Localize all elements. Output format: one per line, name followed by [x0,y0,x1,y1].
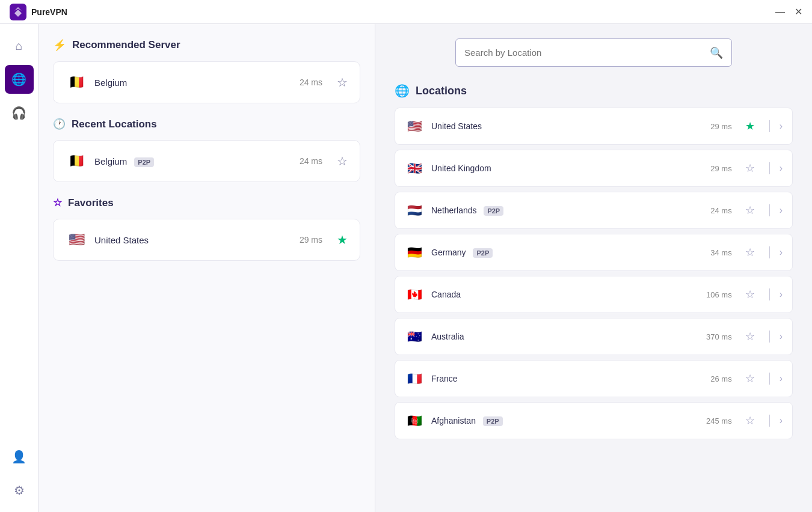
favorites-star-button[interactable]: ★ [337,234,348,246]
favorites-location-card[interactable]: 🇺🇸 United States 29 ms ★ [53,219,360,261]
chevron-right-icon[interactable]: › [780,121,783,132]
location-list-item[interactable]: 🇬🇧 United Kingdom 29 ms ☆ › [395,150,793,187]
favorites-location-name: United States [94,235,292,245]
list-flag: 🇬🇧 [405,159,424,178]
location-list-item[interactable]: 🇨🇦 Canada 106 ms ☆ › [395,276,793,313]
location-list-item[interactable]: 🇩🇪 Germany P2P 34 ms ☆ › [395,234,793,271]
recommended-flag: 🇧🇪 [66,72,87,93]
divider [769,331,770,343]
app-title: PureVPN [31,7,67,17]
app-body: ⌂ 🌐 🎧 👤 ⚙ ⚡ Recommended Server 🇧🇪 Belgiu… [0,24,812,512]
search-icon: 🔍 [710,46,723,59]
window-controls: — ✕ [775,7,802,17]
list-location-name: Australia [431,332,699,341]
recommended-title-text: Recommended Server [72,39,180,51]
list-flag: 🇫🇷 [405,369,424,388]
chevron-right-icon[interactable]: › [780,331,783,342]
right-panel: 🔍 🌐 Locations 🇺🇸 United States 29 ms ★ ›… [375,24,812,512]
close-button[interactable]: ✕ [795,7,802,17]
list-location-name: Netherlands P2P [431,206,703,215]
location-list-item[interactable]: 🇫🇷 France 26 ms ☆ › [395,360,793,397]
list-star-button[interactable]: ☆ [745,162,755,175]
headphones-icon: 🎧 [11,106,26,120]
chevron-right-icon[interactable]: › [780,415,783,426]
location-list-item[interactable]: 🇦🇺 Australia 370 ms ☆ › [395,318,793,355]
p2p-badge: P2P [134,157,154,167]
titlebar: PureVPN — ✕ [0,0,812,24]
divider [769,415,770,427]
list-location-name: Germany P2P [431,248,703,257]
list-location-name: Canada [431,290,699,299]
divider [769,246,770,258]
chevron-right-icon[interactable]: › [780,289,783,300]
locations-title: Locations [416,85,467,97]
list-flag: 🇦🇫 [405,411,424,430]
chevron-right-icon[interactable]: › [780,205,783,216]
chevron-right-icon[interactable]: › [780,163,783,174]
sidebar-item-account[interactable]: 👤 [5,442,34,471]
sidebar-item-home[interactable]: ⌂ [5,31,34,60]
sidebar-item-locations[interactable]: 🌐 [5,65,34,94]
locations-list: 🇺🇸 United States 29 ms ★ › 🇬🇧 United Kin… [395,108,793,439]
chevron-right-icon[interactable]: › [780,247,783,258]
recommended-server-name: Belgium [94,78,292,88]
list-star-button[interactable]: ☆ [745,288,755,301]
recommended-server-latency: 24 ms [300,78,322,87]
list-flag: 🇳🇱 [405,201,424,220]
divider [769,373,770,385]
globe-icon: 🌐 [11,72,26,87]
list-latency: 29 ms [710,122,731,131]
list-star-button[interactable]: ☆ [745,246,755,259]
list-latency: 29 ms [710,164,731,173]
list-latency: 245 ms [706,416,732,425]
p2p-badge: P2P [473,248,493,258]
recent-section-title: 🕐 Recent Locations [53,118,360,130]
recent-title-text: Recent Locations [72,118,157,130]
list-star-button[interactable]: ☆ [745,414,755,427]
list-location-name: United Kingdom [431,163,703,173]
app-logo: PureVPN [10,4,67,20]
search-input[interactable] [464,39,710,66]
favorites-location-latency: 29 ms [300,235,322,245]
list-star-button[interactable]: ☆ [745,330,755,343]
recent-favorite-button[interactable]: ☆ [337,155,348,167]
recommended-server-card[interactable]: 🇧🇪 Belgium 24 ms ☆ [53,61,360,103]
location-list-item[interactable]: 🇳🇱 Netherlands P2P 24 ms ☆ › [395,192,793,229]
home-icon: ⌂ [15,39,22,53]
list-star-button[interactable]: ★ [745,120,755,133]
divider [769,120,770,132]
divider [769,162,770,174]
search-bar[interactable]: 🔍 [455,38,732,67]
list-flag: 🇩🇪 [405,243,424,262]
recommended-section-title: ⚡ Recommended Server [53,38,360,52]
list-latency: 106 ms [706,290,732,299]
divider [769,204,770,216]
favorites-flag: 🇺🇸 [66,229,87,251]
list-star-button[interactable]: ☆ [745,204,755,217]
list-latency: 24 ms [710,206,731,215]
recent-location-card[interactable]: 🇧🇪 Belgium P2P 24 ms ☆ [53,140,360,182]
recent-location-name: Belgium P2P [94,156,292,166]
chevron-right-icon[interactable]: › [780,373,783,384]
location-list-item[interactable]: 🇺🇸 United States 29 ms ★ › [395,108,793,145]
minimize-button[interactable]: — [775,7,785,17]
locations-globe-icon: 🌐 [395,84,410,98]
recommended-favorite-button[interactable]: ☆ [337,76,348,88]
location-list-item[interactable]: 🇦🇫 Afghanistan P2P 245 ms ☆ › [395,402,793,439]
list-star-button[interactable]: ☆ [745,372,755,385]
sidebar-item-settings[interactable]: ⚙ [5,476,34,505]
list-location-name: United States [431,121,703,131]
sidebar: ⌂ 🌐 🎧 👤 ⚙ [0,24,38,512]
sidebar-item-support[interactable]: 🎧 [5,99,34,127]
list-latency: 370 ms [706,332,732,341]
list-location-name: Afghanistan P2P [431,416,699,425]
p2p-badge: P2P [484,206,503,216]
lightning-icon: ⚡ [53,38,66,52]
favorites-section-title: ☆ Favorites [53,197,360,209]
star-section-icon: ☆ [53,197,62,209]
p2p-badge: P2P [483,416,503,426]
left-panel: ⚡ Recommended Server 🇧🇪 Belgium 24 ms ☆ … [38,24,375,512]
locations-header: 🌐 Locations [395,84,793,98]
list-latency: 34 ms [710,248,731,257]
purevpn-logo-icon [10,4,26,20]
